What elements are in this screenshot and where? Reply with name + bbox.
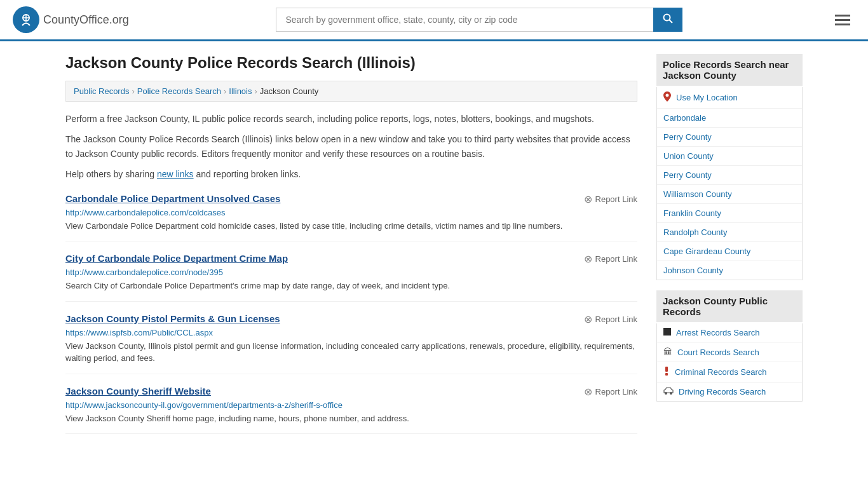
- result-item: Jackson County Sheriff Website ⊗ Report …: [65, 386, 637, 435]
- result-item: Jackson County Pistol Permits & Gun Lice…: [65, 313, 637, 374]
- result-item: City of Carbondale Police Department Cri…: [65, 253, 637, 302]
- public-records-list-item[interactable]: Criminal Records Search: [657, 362, 802, 383]
- result-url-2[interactable]: https://www.ispfsb.com/Public/CCL.aspx: [65, 328, 637, 337]
- pub-records-link-1[interactable]: 🏛Court Records Search: [657, 342, 802, 362]
- svg-point-4: [664, 15, 670, 21]
- result-title-1[interactable]: City of Carbondale Police Department Cri…: [65, 253, 288, 264]
- search-input[interactable]: [276, 8, 653, 32]
- nearby-list-item[interactable]: Cape Girardeau County: [657, 242, 802, 261]
- result-url-0[interactable]: http://www.carbondalepolice.com/coldcase…: [65, 208, 637, 217]
- report-link-1[interactable]: ⊗ Report Link: [584, 253, 637, 265]
- result-desc-0: View Carbondale Police Department cold h…: [65, 220, 637, 233]
- main-content: Jackson County Police Records Search (Il…: [65, 54, 637, 445]
- nearby-link-7[interactable]: Randolph County: [657, 223, 802, 241]
- nearby-link-6[interactable]: Franklin County: [657, 204, 802, 222]
- pub-records-icon-0: [663, 328, 671, 337]
- result-title-0[interactable]: Carbondale Police Department Unsolved Ca…: [65, 193, 280, 204]
- breadcrumb-police-records-search[interactable]: Police Records Search: [137, 86, 221, 96]
- intro-paragraph-2: The Jackson County Police Records Search…: [65, 132, 637, 161]
- nearby-list-item[interactable]: Franklin County: [657, 204, 802, 223]
- svg-rect-6: [663, 328, 671, 336]
- search-bar: [276, 8, 682, 32]
- svg-rect-8: [665, 373, 668, 376]
- result-url-1[interactable]: http://www.carbondalepolice.com/node/395: [65, 268, 637, 277]
- location-icon: [663, 92, 671, 104]
- public-records-list-item[interactable]: Driving Records Search: [657, 383, 802, 401]
- site-header: CountyOffice.org: [0, 0, 868, 41]
- nearby-list-item[interactable]: Randolph County: [657, 223, 802, 242]
- result-title-2[interactable]: Jackson County Pistol Permits & Gun Lice…: [65, 313, 280, 324]
- pub-records-link-0[interactable]: Arrest Records Search: [657, 323, 802, 342]
- nearby-list-item[interactable]: Williamson County: [657, 185, 802, 204]
- report-icon-0: ⊗: [584, 193, 592, 205]
- nearby-link-9[interactable]: Johnson County: [657, 261, 802, 280]
- logo-icon: [13, 6, 39, 33]
- new-links-link[interactable]: new links: [157, 169, 194, 179]
- breadcrumb-public-records[interactable]: Public Records: [74, 86, 129, 96]
- svg-point-10: [670, 392, 672, 395]
- main-container: Jackson County Police Records Search (Il…: [53, 41, 815, 458]
- nearby-link-1[interactable]: Carbondale: [657, 109, 802, 127]
- result-item: Carbondale Police Department Unsolved Ca…: [65, 193, 637, 242]
- nearby-list-item[interactable]: Carbondale: [657, 109, 802, 128]
- breadcrumb-current: Jackson County: [260, 86, 319, 96]
- report-icon-2: ⊗: [584, 313, 592, 325]
- nearby-link-8[interactable]: Cape Girardeau County: [657, 242, 802, 261]
- nearby-link-0[interactable]: Use My Location: [657, 87, 802, 108]
- result-desc-1: Search City of Carbondale Police Departm…: [65, 280, 637, 292]
- sidebar: Police Records Search near Jackson Count…: [656, 54, 803, 445]
- nearby-link-3[interactable]: Union County: [657, 147, 802, 165]
- nearby-list-item[interactable]: Perry County: [657, 166, 802, 185]
- pub-records-link-3[interactable]: Driving Records Search: [657, 383, 802, 401]
- public-records-list: Arrest Records Search🏛Court Records Sear…: [656, 323, 803, 402]
- intro-paragraph-3: Help others by sharing new links and rep…: [65, 167, 637, 181]
- search-button[interactable]: [653, 8, 682, 32]
- nearby-link-5[interactable]: Williamson County: [657, 185, 802, 203]
- menu-button[interactable]: [830, 12, 855, 28]
- nearby-list-item[interactable]: Use My Location: [657, 87, 802, 109]
- intro-paragraph-1: Perform a free Jackson County, IL public…: [65, 112, 637, 126]
- nearby-list: Use My LocationCarbondalePerry CountyUni…: [656, 87, 803, 280]
- result-title-3[interactable]: Jackson County Sheriff Website: [65, 386, 211, 396]
- result-desc-3: View Jackson County Sheriff home page, i…: [65, 412, 637, 425]
- result-url-3[interactable]: http://www.jacksoncounty-il.gov/governme…: [65, 400, 637, 410]
- nearby-list-item[interactable]: Perry County: [657, 128, 802, 147]
- page-title: Jackson County Police Records Search (Il…: [65, 54, 637, 72]
- svg-rect-7: [665, 367, 668, 372]
- public-records-list-item[interactable]: 🏛Court Records Search: [657, 342, 802, 362]
- public-records-header: Jackson County Public Records: [656, 290, 803, 322]
- nearby-header: Police Records Search near Jackson Count…: [656, 54, 803, 86]
- report-link-2[interactable]: ⊗ Report Link: [584, 313, 637, 325]
- report-icon-3: ⊗: [584, 386, 592, 398]
- breadcrumb-illinois[interactable]: Illinois: [229, 86, 252, 96]
- public-records-list-item[interactable]: Arrest Records Search: [657, 323, 802, 342]
- results-list: Carbondale Police Department Unsolved Ca…: [65, 193, 637, 435]
- breadcrumb: Public Records › Police Records Search ›…: [65, 81, 637, 102]
- nearby-link-2[interactable]: Perry County: [657, 128, 802, 146]
- menu-icon: [835, 15, 850, 17]
- pub-records-icon-3: [663, 387, 674, 396]
- report-link-0[interactable]: ⊗ Report Link: [584, 193, 637, 205]
- logo-text: CountyOffice.org: [43, 13, 129, 27]
- logo[interactable]: CountyOffice.org: [13, 6, 129, 33]
- report-icon-1: ⊗: [584, 253, 592, 265]
- nearby-list-item[interactable]: Johnson County: [657, 261, 802, 280]
- pub-records-icon-1: 🏛: [663, 347, 672, 357]
- pub-records-icon-2: [663, 367, 670, 377]
- report-link-3[interactable]: ⊗ Report Link: [584, 386, 637, 398]
- nearby-section: Police Records Search near Jackson Count…: [656, 54, 803, 280]
- public-records-section: Jackson County Public Records Arrest Rec…: [656, 290, 803, 402]
- svg-point-9: [665, 392, 667, 395]
- result-desc-2: View Jackson County, Illinois pistol per…: [65, 340, 637, 365]
- nearby-list-item[interactable]: Union County: [657, 147, 802, 166]
- nearby-link-4[interactable]: Perry County: [657, 166, 802, 184]
- pub-records-link-2[interactable]: Criminal Records Search: [657, 362, 802, 382]
- svg-line-5: [670, 20, 673, 24]
